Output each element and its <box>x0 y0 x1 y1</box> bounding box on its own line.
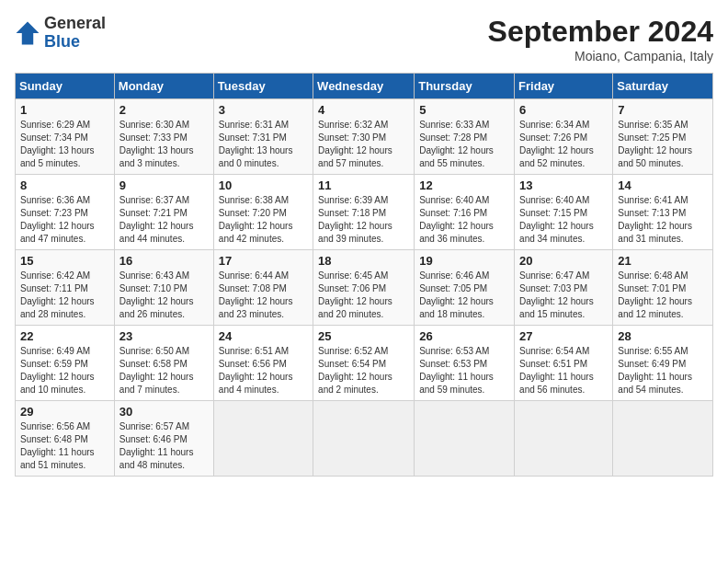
calendar-table: SundayMondayTuesdayWednesdayThursdayFrid… <box>15 73 713 477</box>
calendar-cell: 17Sunrise: 6:44 AMSunset: 7:08 PMDayligh… <box>213 250 313 326</box>
day-info: Sunrise: 6:31 AMSunset: 7:31 PMDaylight:… <box>219 119 308 170</box>
day-info: Sunrise: 6:35 AMSunset: 7:25 PMDaylight:… <box>618 119 708 170</box>
day-info: Sunrise: 6:41 AMSunset: 7:13 PMDaylight:… <box>618 194 708 246</box>
day-number: 10 <box>219 178 308 192</box>
weekday-header: Friday <box>515 74 613 99</box>
month-title: September 2024 <box>488 15 713 49</box>
calendar-row: 22Sunrise: 6:49 AMSunset: 6:59 PMDayligh… <box>16 326 713 401</box>
day-info: Sunrise: 6:36 AMSunset: 7:23 PMDaylight:… <box>20 194 109 246</box>
day-info: Sunrise: 6:40 AMSunset: 7:16 PMDaylight:… <box>419 194 509 246</box>
day-number: 20 <box>519 254 608 268</box>
day-number: 6 <box>519 103 608 117</box>
day-number: 15 <box>20 254 109 268</box>
day-number: 5 <box>419 103 509 117</box>
day-info: Sunrise: 6:39 AMSunset: 7:18 PMDaylight:… <box>318 194 409 246</box>
calendar-cell: 27Sunrise: 6:54 AMSunset: 6:51 PMDayligh… <box>515 326 613 401</box>
day-number: 19 <box>419 254 509 268</box>
weekday-header: Sunday <box>16 74 115 99</box>
weekday-header: Monday <box>114 74 213 99</box>
calendar-cell: 13Sunrise: 6:40 AMSunset: 7:15 PMDayligh… <box>515 175 613 250</box>
day-info: Sunrise: 6:55 AMSunset: 6:49 PMDaylight:… <box>618 345 708 396</box>
day-info: Sunrise: 6:53 AMSunset: 6:53 PMDaylight:… <box>419 345 509 396</box>
calendar-cell: 29Sunrise: 6:56 AMSunset: 6:48 PMDayligh… <box>16 401 115 477</box>
calendar-cell: 6Sunrise: 6:34 AMSunset: 7:26 PMDaylight… <box>515 99 613 175</box>
weekday-header: Wednesday <box>313 74 415 99</box>
day-number: 22 <box>20 329 109 343</box>
calendar-cell: 7Sunrise: 6:35 AMSunset: 7:25 PMDaylight… <box>613 99 713 175</box>
calendar-cell: 14Sunrise: 6:41 AMSunset: 7:13 PMDayligh… <box>613 175 713 250</box>
calendar-cell: 15Sunrise: 6:42 AMSunset: 7:11 PMDayligh… <box>16 250 115 326</box>
day-info: Sunrise: 6:51 AMSunset: 6:56 PMDaylight:… <box>219 345 308 396</box>
day-info: Sunrise: 6:33 AMSunset: 7:28 PMDaylight:… <box>419 119 509 170</box>
calendar-cell: 30Sunrise: 6:57 AMSunset: 6:46 PMDayligh… <box>114 401 213 477</box>
calendar-cell: 8Sunrise: 6:36 AMSunset: 7:23 PMDaylight… <box>16 175 115 250</box>
calendar-cell <box>213 401 313 477</box>
title-block: September 2024 Moiano, Campania, Italy <box>488 15 713 63</box>
day-number: 21 <box>618 254 708 268</box>
day-number: 28 <box>618 329 708 343</box>
day-info: Sunrise: 6:37 AMSunset: 7:21 PMDaylight:… <box>119 194 209 246</box>
calendar-row: 15Sunrise: 6:42 AMSunset: 7:11 PMDayligh… <box>16 250 713 326</box>
calendar-cell: 22Sunrise: 6:49 AMSunset: 6:59 PMDayligh… <box>16 326 115 401</box>
calendar-cell: 21Sunrise: 6:48 AMSunset: 7:01 PMDayligh… <box>613 250 713 326</box>
calendar-cell: 25Sunrise: 6:52 AMSunset: 6:54 PMDayligh… <box>313 326 415 401</box>
day-info: Sunrise: 6:48 AMSunset: 7:01 PMDaylight:… <box>618 270 708 321</box>
calendar-cell <box>515 401 613 477</box>
day-info: Sunrise: 6:46 AMSunset: 7:05 PMDaylight:… <box>419 270 509 321</box>
day-number: 12 <box>419 178 509 192</box>
day-number: 27 <box>519 329 608 343</box>
day-number: 18 <box>318 254 409 268</box>
day-info: Sunrise: 6:49 AMSunset: 6:59 PMDaylight:… <box>20 345 109 396</box>
logo-blue: Blue <box>44 32 80 51</box>
calendar-cell: 9Sunrise: 6:37 AMSunset: 7:21 PMDaylight… <box>114 175 213 250</box>
day-number: 30 <box>119 405 209 419</box>
weekday-header: Tuesday <box>213 74 313 99</box>
day-info: Sunrise: 6:29 AMSunset: 7:34 PMDaylight:… <box>20 119 109 170</box>
day-number: 2 <box>119 103 209 117</box>
day-number: 14 <box>618 178 708 192</box>
day-number: 8 <box>20 178 109 192</box>
calendar-cell: 18Sunrise: 6:45 AMSunset: 7:06 PMDayligh… <box>313 250 415 326</box>
day-info: Sunrise: 6:34 AMSunset: 7:26 PMDaylight:… <box>519 119 608 170</box>
day-number: 23 <box>119 329 209 343</box>
calendar-cell: 28Sunrise: 6:55 AMSunset: 6:49 PMDayligh… <box>613 326 713 401</box>
day-info: Sunrise: 6:45 AMSunset: 7:06 PMDaylight:… <box>318 270 409 321</box>
weekday-header: Saturday <box>613 74 713 99</box>
day-info: Sunrise: 6:40 AMSunset: 7:15 PMDaylight:… <box>519 194 608 246</box>
calendar-cell: 20Sunrise: 6:47 AMSunset: 7:03 PMDayligh… <box>515 250 613 326</box>
day-info: Sunrise: 6:32 AMSunset: 7:30 PMDaylight:… <box>318 119 409 170</box>
calendar-cell: 3Sunrise: 6:31 AMSunset: 7:31 PMDaylight… <box>213 99 313 175</box>
logo-icon <box>15 20 40 46</box>
calendar-cell: 1Sunrise: 6:29 AMSunset: 7:34 PMDaylight… <box>16 99 115 175</box>
logo-general: General <box>44 14 106 32</box>
day-number: 1 <box>20 103 109 117</box>
day-number: 13 <box>519 178 608 192</box>
calendar-cell: 24Sunrise: 6:51 AMSunset: 6:56 PMDayligh… <box>213 326 313 401</box>
day-info: Sunrise: 6:30 AMSunset: 7:33 PMDaylight:… <box>119 119 209 170</box>
calendar-cell <box>613 401 713 477</box>
calendar-cell: 10Sunrise: 6:38 AMSunset: 7:20 PMDayligh… <box>213 175 313 250</box>
day-number: 26 <box>419 329 509 343</box>
day-number: 11 <box>318 178 409 192</box>
calendar-cell <box>313 401 415 477</box>
day-number: 29 <box>20 405 109 419</box>
calendar-row: 29Sunrise: 6:56 AMSunset: 6:48 PMDayligh… <box>16 401 713 477</box>
day-number: 3 <box>219 103 308 117</box>
day-info: Sunrise: 6:43 AMSunset: 7:10 PMDaylight:… <box>119 270 209 321</box>
day-info: Sunrise: 6:54 AMSunset: 6:51 PMDaylight:… <box>519 345 608 396</box>
calendar-cell: 12Sunrise: 6:40 AMSunset: 7:16 PMDayligh… <box>415 175 515 250</box>
weekday-header: Thursday <box>415 74 515 99</box>
calendar-cell: 19Sunrise: 6:46 AMSunset: 7:05 PMDayligh… <box>415 250 515 326</box>
day-number: 4 <box>318 103 409 117</box>
day-info: Sunrise: 6:38 AMSunset: 7:20 PMDaylight:… <box>219 194 308 246</box>
day-info: Sunrise: 6:44 AMSunset: 7:08 PMDaylight:… <box>219 270 308 321</box>
day-info: Sunrise: 6:57 AMSunset: 6:46 PMDaylight:… <box>119 420 209 472</box>
calendar-cell: 2Sunrise: 6:30 AMSunset: 7:33 PMDaylight… <box>114 99 213 175</box>
svg-marker-0 <box>17 21 40 44</box>
calendar-cell: 16Sunrise: 6:43 AMSunset: 7:10 PMDayligh… <box>114 250 213 326</box>
calendar-cell: 23Sunrise: 6:50 AMSunset: 6:58 PMDayligh… <box>114 326 213 401</box>
day-number: 24 <box>219 329 308 343</box>
day-number: 7 <box>618 103 708 117</box>
calendar-row: 1Sunrise: 6:29 AMSunset: 7:34 PMDaylight… <box>16 99 713 175</box>
calendar-cell: 5Sunrise: 6:33 AMSunset: 7:28 PMDaylight… <box>415 99 515 175</box>
